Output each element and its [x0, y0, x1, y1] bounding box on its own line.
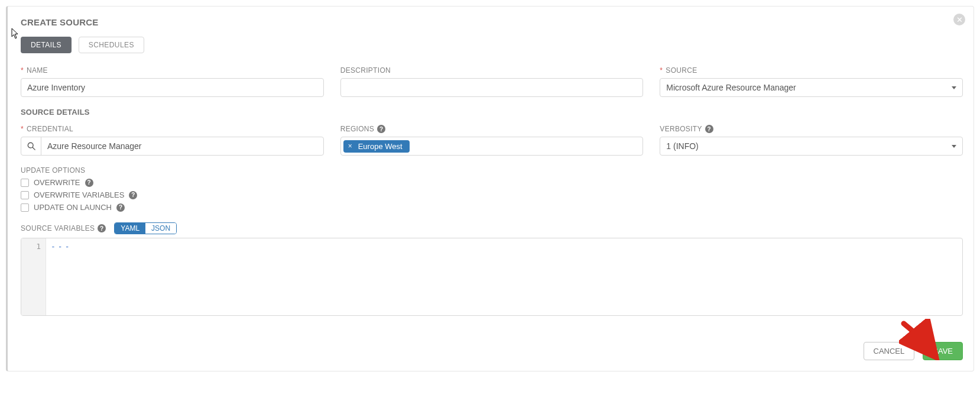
verbosity-label-text: VERBOSITY [660, 125, 702, 133]
name-label: * NAME [21, 66, 324, 75]
credential-label-text: CREDENTIAL [27, 125, 73, 133]
source-select[interactable]: Microsoft Azure Resource Manager [660, 78, 963, 97]
source-label-text: SOURCE [666, 66, 697, 75]
toggle-json[interactable]: JSON [145, 223, 176, 234]
section-source-variables: SOURCE VARIABLES ? [21, 224, 106, 232]
create-source-panel: ✕ CREATE SOURCE DETAILS SCHEDULES * NAME… [6, 6, 974, 371]
help-icon[interactable]: ? [377, 125, 385, 133]
panel-title: CREATE SOURCE [21, 17, 963, 27]
section-source-details: SOURCE DETAILS [21, 108, 963, 117]
section-update-options: UPDATE OPTIONS [21, 166, 963, 174]
description-label: DESCRIPTION [340, 66, 644, 75]
region-tag: × Europe West [343, 140, 410, 153]
chevron-down-icon [952, 86, 956, 89]
source-variables-editor[interactable]: 1 --- [21, 238, 963, 316]
regions-input[interactable]: × Europe West [340, 137, 644, 156]
verbosity-select[interactable]: 1 (INFO) [660, 137, 963, 156]
line-number: 1 [21, 242, 41, 251]
overwrite-label: OVERWRITE [34, 178, 80, 187]
credential-lookup[interactable]: Azure Resource Manager [21, 137, 324, 156]
chevron-down-icon [952, 145, 956, 148]
cancel-button[interactable]: CANCEL [864, 342, 915, 360]
editor-content[interactable]: --- [46, 238, 962, 315]
search-icon [27, 142, 35, 150]
help-icon[interactable]: ? [705, 125, 713, 133]
description-label-text: DESCRIPTION [340, 66, 391, 75]
update-on-launch-checkbox[interactable] [21, 203, 29, 212]
editor-gutter: 1 [21, 238, 46, 315]
update-on-launch-label: UPDATE ON LAUNCH [34, 203, 112, 212]
required-marker: * [21, 66, 24, 75]
verbosity-label: VERBOSITY ? [660, 125, 963, 133]
close-icon: ✕ [956, 16, 963, 24]
help-icon[interactable]: ? [98, 224, 106, 232]
name-input[interactable] [21, 78, 324, 97]
overwrite-variables-label: OVERWRITE VARIABLES [34, 190, 124, 199]
help-icon[interactable]: ? [129, 191, 137, 199]
name-label-text: NAME [27, 66, 48, 75]
required-marker: * [21, 125, 24, 133]
source-select-value: Microsoft Azure Resource Manager [666, 83, 796, 92]
verbosity-select-value: 1 (INFO) [666, 141, 698, 151]
credential-search-button[interactable] [21, 137, 41, 155]
close-button[interactable]: ✕ [953, 14, 965, 25]
tab-details[interactable]: DETAILS [21, 37, 72, 53]
help-icon[interactable]: ? [85, 179, 93, 187]
update-options: OVERWRITE ? OVERWRITE VARIABLES ? UPDATE… [21, 178, 963, 212]
svg-line-1 [33, 147, 35, 150]
source-variables-label-text: SOURCE VARIABLES [21, 224, 95, 232]
save-button[interactable]: SAVE [923, 342, 963, 360]
remove-tag-icon[interactable]: × [348, 142, 352, 150]
tab-schedules[interactable]: SCHEDULES [79, 37, 144, 53]
mouse-cursor-icon [11, 28, 20, 40]
region-tag-label: Europe West [358, 142, 403, 151]
credential-value: Azure Resource Manager [41, 141, 323, 151]
format-toggle: YAML JSON [114, 222, 177, 234]
overwrite-checkbox[interactable] [21, 179, 29, 187]
help-icon[interactable]: ? [116, 203, 125, 212]
regions-label: REGIONS ? [340, 125, 644, 133]
toggle-yaml[interactable]: YAML [115, 223, 145, 234]
description-input[interactable] [340, 78, 644, 97]
source-label: * SOURCE [660, 66, 963, 75]
required-marker: * [660, 66, 663, 75]
editor-text: --- [51, 242, 72, 251]
tabs: DETAILS SCHEDULES [21, 37, 963, 53]
overwrite-variables-checkbox[interactable] [21, 191, 29, 199]
credential-label: * CREDENTIAL [21, 125, 324, 133]
regions-label-text: REGIONS [340, 125, 374, 133]
